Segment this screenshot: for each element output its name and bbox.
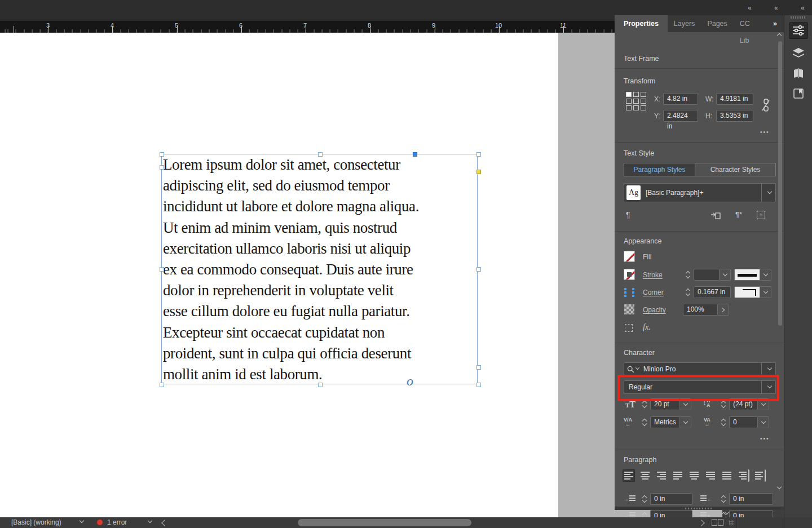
transform-more-options[interactable]: ••• bbox=[760, 129, 770, 135]
stroke-weight-dropdown[interactable] bbox=[720, 269, 731, 281]
constrain-proportions-broken-chain-icon[interactable] bbox=[761, 99, 770, 112]
font-size-field[interactable]: 20 pt bbox=[650, 398, 680, 410]
font-size-stepper[interactable] bbox=[639, 398, 649, 410]
corner-radius-stepper[interactable] bbox=[683, 286, 692, 298]
dock-pages-button[interactable] bbox=[789, 65, 808, 82]
fill-swatch-none[interactable] bbox=[624, 251, 635, 262]
tracking-dropdown[interactable] bbox=[758, 416, 769, 428]
preflight-profile-label[interactable]: [Basic] (working) bbox=[11, 518, 61, 526]
right-indent-field[interactable]: 0 in bbox=[729, 493, 773, 505]
frame-handle-selected[interactable] bbox=[413, 152, 417, 157]
tab-overflow-icon[interactable]: » bbox=[766, 15, 784, 32]
frame-handle-mid-left[interactable] bbox=[160, 267, 164, 272]
collapse-panels-icon[interactable]: « bbox=[801, 4, 804, 12]
align-left-button[interactable] bbox=[623, 469, 635, 482]
leading-field[interactable]: (24 pt) bbox=[729, 398, 758, 410]
object-effects-icon[interactable] bbox=[625, 324, 633, 332]
text-out-port[interactable] bbox=[476, 365, 481, 370]
justify-all-button[interactable] bbox=[721, 469, 733, 482]
text-frame-content[interactable]: Lorem ipsum dolor sit amet, consectetur … bbox=[163, 154, 478, 385]
stroke-style-preview[interactable] bbox=[734, 269, 760, 281]
frame-handle-bottom-right[interactable] bbox=[476, 383, 481, 387]
opacity-field[interactable]: 100% bbox=[683, 304, 718, 316]
font-style-dropdown[interactable]: Regular bbox=[624, 380, 776, 394]
justify-last-left-button[interactable] bbox=[672, 469, 684, 482]
frame-handle-mid-right[interactable] bbox=[476, 267, 481, 272]
align-away-from-spine-button[interactable] bbox=[753, 469, 766, 482]
tracking-stepper[interactable] bbox=[718, 416, 728, 428]
preflight-dropdown-icon[interactable] bbox=[80, 518, 84, 523]
opacity-expand-arrow[interactable] bbox=[718, 304, 729, 316]
clear-overrides-icon[interactable]: ¶* bbox=[735, 210, 742, 219]
frame-handle-top-center[interactable] bbox=[318, 152, 323, 157]
left-indent-field[interactable]: 0 in bbox=[650, 493, 692, 505]
corner-options-handle[interactable] bbox=[476, 170, 481, 174]
corner-style-dropdown[interactable] bbox=[760, 286, 771, 298]
text-in-port[interactable] bbox=[160, 165, 164, 170]
kerning-stepper[interactable] bbox=[639, 416, 649, 428]
align-right-button[interactable] bbox=[655, 469, 668, 482]
error-count-label[interactable]: 1 error bbox=[107, 518, 127, 526]
frame-handle-top-right[interactable] bbox=[476, 152, 481, 157]
leading-dropdown[interactable] bbox=[758, 398, 769, 410]
justify-last-center-button[interactable] bbox=[688, 469, 700, 482]
justify-last-right-button[interactable] bbox=[704, 469, 717, 482]
kerning-dropdown[interactable] bbox=[680, 416, 691, 428]
h-field[interactable]: 3.5353 in bbox=[716, 110, 753, 122]
text-frame[interactable]: Lorem ipsum dolor sit amet, consectetur … bbox=[161, 154, 478, 384]
fx-effects-icon[interactable]: fx. bbox=[643, 323, 651, 332]
right-indent-stepper[interactable] bbox=[718, 493, 728, 505]
w-field[interactable]: 4.9181 in bbox=[716, 93, 753, 105]
stroke-weight-stepper[interactable] bbox=[683, 269, 692, 281]
corner-label[interactable]: Corner bbox=[643, 289, 664, 296]
stroke-swatch-none[interactable] bbox=[624, 269, 635, 280]
panel-scroll-up-icon[interactable] bbox=[778, 34, 781, 36]
tab-character-styles[interactable]: Character Styles bbox=[695, 163, 776, 176]
panel-scroll-down-icon[interactable] bbox=[778, 486, 781, 489]
corner-style-preview[interactable] bbox=[734, 286, 760, 298]
paragraph-mark-menu-icon[interactable]: ¶ bbox=[626, 210, 630, 219]
reference-point-grid[interactable] bbox=[626, 92, 646, 110]
dock-grip[interactable] bbox=[791, 16, 806, 19]
tab-properties[interactable]: Properties bbox=[615, 15, 668, 32]
font-size-dropdown[interactable] bbox=[680, 398, 691, 410]
kerning-field[interactable]: Metrics bbox=[650, 416, 680, 428]
tab-cc-lib[interactable]: CC Lib bbox=[734, 15, 766, 32]
spread-view-icon[interactable] bbox=[712, 519, 723, 526]
corner-radius-field[interactable]: 0.1667 in bbox=[694, 286, 731, 298]
frame-handle-bottom-left[interactable] bbox=[160, 383, 164, 387]
dock-cc-libraries-button[interactable] bbox=[789, 85, 808, 102]
frame-handle-bottom-center[interactable] bbox=[318, 383, 323, 387]
error-dropdown-icon[interactable] bbox=[148, 518, 152, 523]
tracking-field[interactable]: 0 bbox=[729, 416, 758, 428]
tab-layers[interactable]: Layers bbox=[668, 15, 701, 32]
horizontal-scrollbar[interactable] bbox=[298, 519, 471, 526]
panel-resize-grip[interactable] bbox=[615, 507, 784, 510]
paragraph-style-dropdown[interactable]: Ag [Basic Paragraph]+ bbox=[624, 183, 776, 202]
frame-handle-top-left[interactable] bbox=[160, 152, 164, 157]
leading-stepper[interactable] bbox=[718, 398, 728, 410]
x-field[interactable]: 4.82 in bbox=[663, 93, 698, 105]
opacity-label[interactable]: Opacity bbox=[643, 306, 666, 314]
character-more-options[interactable]: ••• bbox=[760, 436, 770, 442]
left-indent-stepper[interactable] bbox=[639, 493, 649, 505]
stroke-weight-field[interactable] bbox=[694, 269, 720, 281]
y-field[interactable]: 2.4824 in bbox=[663, 110, 698, 122]
align-center-button[interactable] bbox=[639, 469, 651, 482]
font-family-dropdown[interactable]: Minion Pro bbox=[624, 362, 776, 376]
stroke-label[interactable]: Stroke bbox=[643, 271, 663, 279]
new-style-icon[interactable]: + bbox=[757, 211, 765, 219]
panel-scrollbar[interactable] bbox=[778, 41, 782, 326]
collapse-panels-icon[interactable]: « bbox=[748, 4, 751, 12]
scroll-right-icon[interactable] bbox=[698, 520, 704, 526]
stroke-style-dropdown[interactable] bbox=[760, 269, 771, 281]
tab-paragraph-styles[interactable]: Paragraph Styles bbox=[624, 163, 695, 176]
scroll-left-icon[interactable] bbox=[161, 520, 167, 526]
tab-pages[interactable]: Pages bbox=[701, 15, 733, 32]
doc-scroll-down-icon[interactable] bbox=[725, 512, 729, 514]
dock-layers-button[interactable] bbox=[789, 45, 808, 61]
redefine-style-icon[interactable] bbox=[710, 211, 721, 220]
grid-view-icon[interactable] bbox=[729, 520, 734, 525]
dock-properties-button[interactable] bbox=[789, 22, 808, 39]
collapse-panels-icon[interactable]: « bbox=[774, 4, 778, 12]
